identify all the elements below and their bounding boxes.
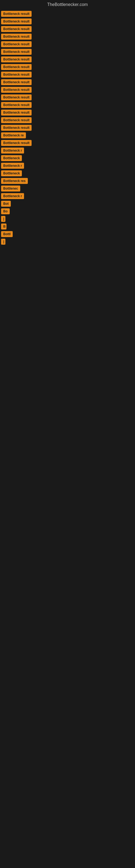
bottleneck-badge-13: Bottleneck result xyxy=(1,102,32,108)
bottleneck-badge-8: Bottleneck result xyxy=(1,64,32,70)
bottleneck-item-6[interactable]: Bottleneck result xyxy=(1,49,134,55)
bottleneck-badge-18: Bottleneck result xyxy=(1,140,32,146)
bottleneck-badge-28: | xyxy=(1,216,5,222)
bottleneck-item-4[interactable]: Bottleneck result xyxy=(1,34,134,40)
bottleneck-badge-6: Bottleneck result xyxy=(1,49,32,55)
bottleneck-item-19[interactable]: Bottleneck r xyxy=(1,148,134,154)
bottleneck-item-15[interactable]: Bottleneck result xyxy=(1,117,134,123)
bottleneck-item-3[interactable]: Bottleneck result xyxy=(1,26,134,32)
bottleneck-item-10[interactable]: Bottleneck result xyxy=(1,79,134,85)
bottleneck-item-18[interactable]: Bottleneck result xyxy=(1,140,134,146)
bottleneck-badge-14: Bottleneck result xyxy=(1,110,32,116)
site-title: TheBottlenecker.com xyxy=(0,0,135,9)
bottleneck-item-21[interactable]: Bottleneck r xyxy=(1,163,134,169)
bottleneck-item-29[interactable]: B xyxy=(1,223,134,229)
bottleneck-item-17[interactable]: Bottleneck re xyxy=(1,132,134,138)
bottleneck-badge-11: Bottleneck result xyxy=(1,87,32,93)
bottleneck-badge-26: Bot xyxy=(1,201,11,207)
bottleneck-item-27[interactable]: Bo xyxy=(1,208,134,214)
bottleneck-badge-22: Bottleneck xyxy=(1,170,22,176)
items-container: Bottleneck resultBottleneck resultBottle… xyxy=(0,11,135,245)
bottleneck-badge-1: Bottleneck result xyxy=(1,11,32,17)
bottleneck-badge-16: Bottleneck result xyxy=(1,125,32,131)
bottleneck-badge-15: Bottleneck result xyxy=(1,117,32,123)
bottleneck-badge-25: Bottleneck r xyxy=(1,193,24,199)
bottleneck-badge-24: Bottlenec xyxy=(1,186,20,191)
bottleneck-badge-27: Bo xyxy=(1,208,10,214)
bottleneck-item-14[interactable]: Bottleneck result xyxy=(1,110,134,116)
bottleneck-badge-17: Bottleneck re xyxy=(1,132,26,138)
bottleneck-item-2[interactable]: Bottleneck result xyxy=(1,19,134,24)
bottleneck-item-7[interactable]: Bottleneck result xyxy=(1,56,134,62)
bottleneck-badge-2: Bottleneck result xyxy=(1,19,32,24)
bottleneck-badge-21: Bottleneck r xyxy=(1,163,24,169)
bottleneck-item-1[interactable]: Bottleneck result xyxy=(1,11,134,17)
bottleneck-item-26[interactable]: Bot xyxy=(1,201,134,207)
bottleneck-item-11[interactable]: Bottleneck result xyxy=(1,87,134,93)
bottleneck-badge-12: Bottleneck result xyxy=(1,94,32,100)
bottleneck-badge-19: Bottleneck r xyxy=(1,148,24,154)
bottleneck-badge-9: Bottleneck result xyxy=(1,72,32,78)
bottleneck-item-8[interactable]: Bottleneck result xyxy=(1,64,134,70)
bottleneck-badge-4: Bottleneck result xyxy=(1,34,32,40)
bottleneck-item-28[interactable]: | xyxy=(1,216,134,222)
bottleneck-badge-3: Bottleneck result xyxy=(1,26,32,32)
bottleneck-badge-10: Bottleneck result xyxy=(1,79,32,85)
bottleneck-item-31[interactable]: | xyxy=(1,239,134,245)
bottleneck-item-25[interactable]: Bottleneck r xyxy=(1,193,134,199)
bottleneck-badge-23: Bottleneck res xyxy=(1,178,28,184)
bottleneck-badge-5: Bottleneck result xyxy=(1,41,32,47)
bottleneck-badge-7: Bottleneck result xyxy=(1,56,32,62)
bottleneck-item-13[interactable]: Bottleneck result xyxy=(1,102,134,108)
bottleneck-item-9[interactable]: Bottleneck result xyxy=(1,72,134,78)
bottleneck-badge-30: Bottl xyxy=(1,231,13,237)
bottleneck-item-20[interactable]: Bottleneck xyxy=(1,155,134,161)
bottleneck-badge-29: B xyxy=(1,223,6,229)
bottleneck-item-12[interactable]: Bottleneck result xyxy=(1,94,134,100)
bottleneck-item-30[interactable]: Bottl xyxy=(1,231,134,237)
bottleneck-item-5[interactable]: Bottleneck result xyxy=(1,41,134,47)
bottleneck-item-16[interactable]: Bottleneck result xyxy=(1,125,134,131)
bottleneck-item-24[interactable]: Bottlenec xyxy=(1,186,134,191)
bottleneck-badge-20: Bottleneck xyxy=(1,155,22,161)
bottleneck-badge-31: | xyxy=(1,239,5,245)
bottleneck-item-23[interactable]: Bottleneck res xyxy=(1,178,134,184)
bottleneck-item-22[interactable]: Bottleneck xyxy=(1,170,134,176)
